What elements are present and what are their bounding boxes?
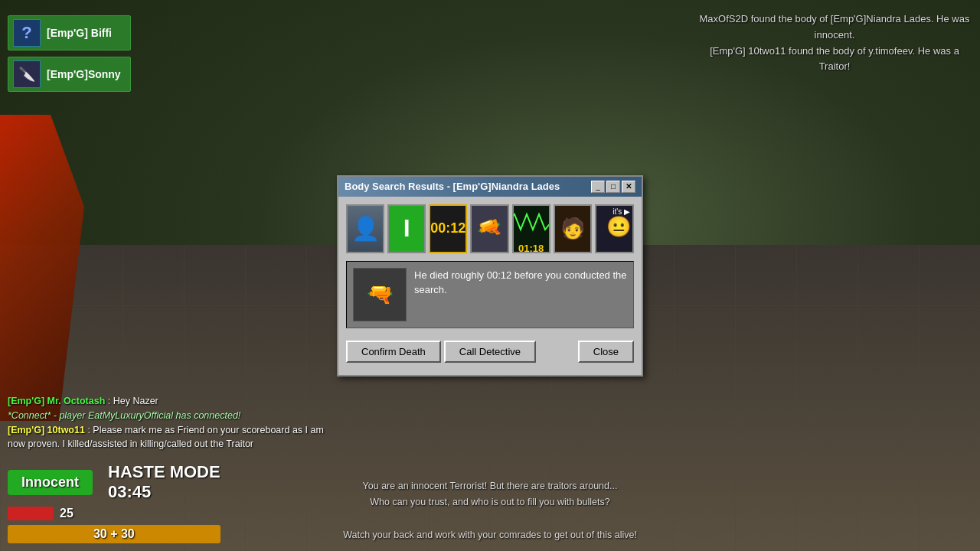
info-box: 🔫 He died roughly 00:12 before you condu… (346, 261, 634, 328)
modal-title: Body Search Results - [Emp'G]Niandra Lad… (345, 181, 560, 192)
confirm-death-button[interactable]: Confirm Death (346, 341, 441, 363)
icon-timer-1[interactable]: 00:12 (429, 204, 467, 253)
modal-overlay: Body Search Results - [Emp'G]Niandra Lad… (0, 0, 980, 551)
info-description: He died roughly 00:12 before you conduct… (414, 268, 627, 298)
rifle-icon-symbol: 🔫 (474, 213, 505, 243)
modal-content: 👤 I 00:12 🔫 (338, 197, 642, 375)
innocent-i-label: I (403, 214, 410, 243)
video-label: it's ▶ (612, 207, 630, 216)
char-icon-symbol: 🧑 (560, 217, 585, 240)
modal-close-button[interactable]: Close (578, 341, 634, 363)
icon-character[interactable]: 🧑 (554, 204, 592, 253)
restore-button[interactable]: □ (606, 181, 620, 193)
icon-video[interactable]: it's ▶ 😐 (595, 204, 634, 253)
video-char-icon: 😐 (606, 215, 631, 239)
call-detective-button[interactable]: Call Detective (444, 341, 536, 363)
close-title-button[interactable]: ✕ (622, 181, 635, 193)
body-search-modal: Body Search Results - [Emp'G]Niandra Lad… (337, 175, 643, 377)
modal-controls: _ □ ✕ (591, 181, 635, 193)
portrait-face-icon: 👤 (348, 206, 383, 252)
icon-innocent-marker[interactable]: I (387, 204, 426, 253)
icon-rifle[interactable]: 🔫 (470, 204, 508, 253)
wave-timer-value: 01:18 (518, 243, 544, 253)
modal-footer: Confirm Death Call Detective Close (346, 337, 634, 367)
info-weapon-icon: 🔫 (353, 268, 407, 321)
wave-svg (512, 204, 550, 242)
minimize-button[interactable]: _ (591, 181, 605, 193)
icon-strip: 👤 I 00:12 🔫 (346, 204, 634, 253)
icon-portrait[interactable]: 👤 (346, 204, 384, 253)
modal-titlebar: Body Search Results - [Emp'G]Niandra Lad… (338, 177, 642, 197)
icon-wave-timer[interactable]: 01:18 (512, 204, 550, 253)
timer-1-value: 00:12 (430, 220, 466, 236)
